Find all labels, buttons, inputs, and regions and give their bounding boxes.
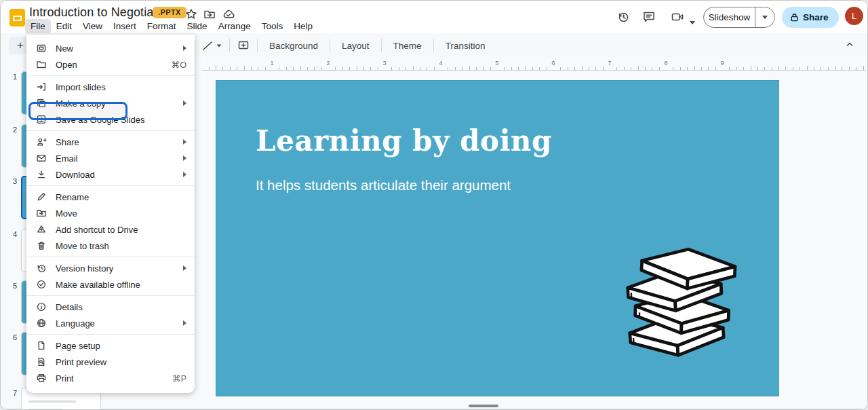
hide-menus-chevron-icon[interactable]: [844, 39, 859, 54]
menubar-item-help[interactable]: Help: [288, 19, 318, 34]
info-icon: [36, 301, 47, 312]
account-avatar[interactable]: L: [845, 7, 863, 25]
file-menu-item-label: Save as Google Slides: [56, 115, 186, 125]
move-folder-icon: [36, 208, 47, 219]
menubar-item-file[interactable]: File: [25, 19, 51, 34]
ruler-tick: [286, 67, 287, 70]
ruler-tick: [624, 67, 625, 70]
slide-canvas[interactable]: Learning by doing It helps students arti…: [216, 80, 779, 396]
ruler-tick: [230, 67, 231, 70]
menubar-item-arrange[interactable]: Arrange: [213, 19, 256, 34]
ruler-tick: [778, 66, 779, 70]
ruler-tick: [335, 67, 336, 70]
share-button[interactable]: Share: [782, 7, 839, 28]
file-menu-item-label: Move to trash: [56, 241, 186, 251]
file-menu-item-print[interactable]: Print⌘P: [26, 370, 195, 386]
file-menu-item-version-history[interactable]: Version history: [26, 260, 195, 276]
ruler-tick: [751, 66, 751, 70]
background-button[interactable]: Background: [262, 38, 325, 54]
menubar-item-view[interactable]: View: [77, 19, 108, 34]
file-menu-item-rename[interactable]: Rename: [26, 189, 195, 205]
file-menu-item-label: Move: [56, 208, 186, 219]
google-slides-window: Introduction to Negotiation .PPTX FileEd…: [0, 0, 868, 410]
menubar-item-tools[interactable]: Tools: [256, 19, 289, 34]
transition-button[interactable]: Transition: [439, 38, 492, 54]
menubar-item-slide[interactable]: Slide: [182, 19, 213, 34]
file-menu-item-label: Make a copy: [56, 98, 183, 109]
line-tool-caret-icon[interactable]: [217, 44, 221, 47]
ruler-tick: [743, 67, 744, 70]
ruler-tick: [652, 67, 652, 70]
file-menu-item-move-to-trash[interactable]: Move to trash: [26, 238, 195, 254]
meet-camera-icon[interactable]: [671, 10, 684, 24]
file-menu-dropdown: NewOpen⌘OImport slidesMake a copySave as…: [26, 35, 195, 393]
ruler-tick: [413, 66, 414, 70]
version-history-icon[interactable]: [616, 10, 630, 24]
line-tool-icon[interactable]: [199, 39, 224, 52]
layout-button[interactable]: Layout: [335, 38, 376, 54]
file-menu-item-save-as-google-slides[interactable]: Save as Google Slides: [26, 111, 195, 128]
ruler-tick: [300, 66, 301, 70]
ruler-tick: [307, 67, 308, 70]
file-menu-item-label: New: [56, 43, 183, 54]
ruler-tick: [568, 67, 568, 70]
file-menu-item-make-available-offline[interactable]: Make available offline: [26, 276, 195, 293]
ruler-label: 8: [664, 60, 667, 67]
ruler-label: 4: [439, 60, 442, 67]
file-menu-item-new[interactable]: New: [26, 40, 195, 56]
print-preview-icon: [36, 356, 47, 367]
slide-title-text[interactable]: Learning by doing: [256, 124, 552, 157]
ruler-tick: [293, 67, 294, 70]
file-menu-item-email[interactable]: Email: [26, 150, 195, 166]
theme-button[interactable]: Theme: [387, 38, 429, 54]
file-menu-item-print-preview[interactable]: Print preview: [26, 354, 195, 370]
slide-number: 4: [1, 230, 17, 238]
file-menu-item-download[interactable]: Download: [26, 166, 195, 183]
menubar-item-format[interactable]: Format: [142, 19, 182, 34]
file-menu-item-import-slides[interactable]: Import slides: [26, 79, 195, 95]
file-menu-item-share[interactable]: Share: [26, 134, 195, 150]
menubar-item-edit[interactable]: Edit: [51, 19, 77, 34]
menubar-item-insert[interactable]: Insert: [108, 19, 142, 34]
ruler-tick: [849, 67, 850, 70]
slideshow-button[interactable]: Slideshow: [703, 7, 775, 28]
ruler-tick: [582, 66, 583, 70]
toolbar-separator: [229, 39, 230, 52]
file-menu-item-page-setup[interactable]: Page setup: [26, 337, 195, 354]
speaker-notes-drag-handle[interactable]: [469, 405, 498, 407]
rename-icon: [36, 191, 47, 202]
ruler-label: 9: [720, 60, 724, 67]
ruler-tick: [616, 67, 617, 70]
ruler-tick: [279, 67, 279, 70]
ruler-tick: [222, 67, 223, 70]
file-menu-item-move[interactable]: Move: [26, 205, 195, 221]
ruler-tick: [694, 66, 695, 70]
file-menu-item-label: Version history: [56, 263, 183, 274]
file-menu-item-details[interactable]: Details: [26, 299, 195, 315]
email-icon: [36, 153, 47, 164]
slideshow-options-caret-icon[interactable]: [755, 16, 774, 19]
ruler-tick: [814, 67, 814, 70]
file-menu-item-language[interactable]: Language: [26, 315, 195, 331]
toolbar-separator: [433, 39, 434, 52]
document-title[interactable]: Introduction to Negotiation: [29, 5, 174, 20]
slide-subtitle-text[interactable]: It helps students articulate their argum…: [256, 177, 511, 193]
slide-number: 6: [1, 333, 17, 341]
camera-dropdown-caret-icon[interactable]: [690, 15, 695, 27]
keyboard-shortcut: ⌘O: [172, 60, 186, 70]
file-menu-item-add-shortcut-to-drive[interactable]: Add shortcut to Drive: [26, 221, 195, 238]
ruler-tick: [764, 67, 765, 70]
thumbnail-placeholder-line: [28, 400, 76, 403]
slides-logo-icon[interactable]: [9, 9, 25, 26]
file-menu-item-label: Language: [56, 318, 183, 329]
file-menu-item-make-a-copy[interactable]: Make a copy: [26, 95, 195, 111]
file-menu-item-open[interactable]: Open⌘O: [26, 56, 195, 73]
ruler-label: 2: [326, 60, 330, 67]
comments-icon[interactable]: [642, 10, 656, 24]
books-clipart[interactable]: [620, 244, 737, 358]
file-menu-item-label: Rename: [56, 192, 186, 202]
lock-icon: [790, 13, 799, 22]
add-comment-icon[interactable]: [235, 39, 252, 52]
submenu-arrow-icon: [183, 320, 186, 326]
ruler-tick: [251, 67, 252, 70]
